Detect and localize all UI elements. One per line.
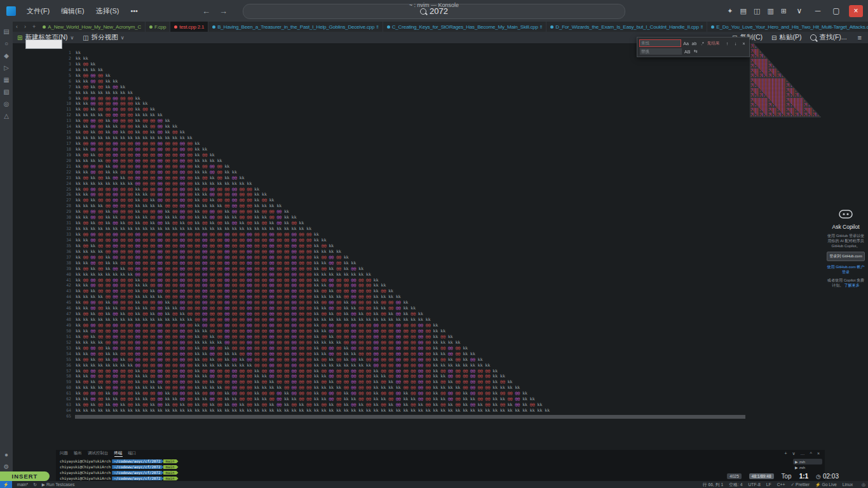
terminal-tab-4[interactable]: C_Creating_Keys_for_StORages_Has_Become_… xyxy=(383,22,547,32)
copilot-chat-icon[interactable]: ◎ xyxy=(0,98,13,110)
prettier-item[interactable]: ✓ Prettier xyxy=(791,482,810,487)
layout-customize-icon[interactable]: ⊞ xyxy=(781,7,787,15)
terminal-dropdown-icon[interactable]: ∨ xyxy=(790,451,796,456)
window-chevron-icon[interactable]: ∨ xyxy=(794,6,805,15)
prev-match-icon[interactable]: ↑ xyxy=(724,41,731,46)
encoding-item[interactable]: UTF-8 xyxy=(748,482,760,487)
extensions-icon[interactable]: ▦ xyxy=(0,74,13,86)
language-item[interactable]: C++ xyxy=(777,482,785,487)
eol-item[interactable]: LF xyxy=(766,482,771,487)
cursor-position-item[interactable]: 行 66, 列 1 xyxy=(703,482,724,488)
explorer-icon[interactable]: ▤ xyxy=(0,25,13,37)
toolbar-menu-icon[interactable]: ≡ xyxy=(851,34,868,41)
maximize-button[interactable]: ▢ xyxy=(831,6,842,15)
panel-tab-1[interactable]: 输出 xyxy=(74,451,82,457)
new-terminal-icon[interactable]: + xyxy=(783,451,788,456)
menu-item-3[interactable]: ••• xyxy=(125,7,144,15)
close-find-icon[interactable]: × xyxy=(740,41,747,46)
token-at: @@ xyxy=(142,158,147,163)
close-panel-icon[interactable]: × xyxy=(816,451,821,456)
nav-back-icon[interactable]: ← xyxy=(202,6,210,16)
terminal-tab-5[interactable]: D_For_Wizards_the_Exam_Is_Easy_but_I_Cou… xyxy=(546,22,707,32)
remote-explorer-icon[interactable]: △ xyxy=(0,110,13,122)
sync-icon[interactable]: ↻ xyxy=(33,482,37,487)
token-kk: kk xyxy=(410,317,416,322)
token-at: @@ xyxy=(142,351,147,356)
token-at: @@ xyxy=(396,402,401,407)
maximize-panel-icon[interactable]: ^ xyxy=(809,451,813,456)
layout-panel-icon[interactable]: ▤ xyxy=(740,7,747,15)
token-kk: kk xyxy=(440,385,445,390)
token-at: @@ xyxy=(336,255,341,260)
token-at: @@ xyxy=(172,141,177,146)
panel-tab-0[interactable]: 问题 xyxy=(60,451,68,457)
bell-icon[interactable]: ◎ xyxy=(862,482,868,487)
run-debug-icon[interactable]: ▷ xyxy=(0,62,13,74)
minimap-canvas[interactable] xyxy=(750,39,821,120)
token-at: @@ xyxy=(269,374,275,379)
panel-tab-2[interactable]: 调试控制台 xyxy=(88,451,109,457)
terminal-tab-3[interactable]: B_Having_Been_a_Treasurer_in_the_Past_I_… xyxy=(208,22,383,32)
github-signin-link[interactable]: 使用 GitHub.com 帐户登录 xyxy=(826,264,865,274)
editor-line: 42kkkk@@@@@@@@@@@@kkkk@@@@@@@@@@@@@@@@@@… xyxy=(62,283,825,288)
split-view-chevron-icon[interactable]: ∨ xyxy=(121,35,125,41)
source-control-icon[interactable]: ◆ xyxy=(0,50,13,62)
terminal-list-item[interactable]: ▶zsh xyxy=(793,459,822,464)
next-match-icon[interactable]: ↓ xyxy=(732,41,739,46)
regex-toggle[interactable]: .* xyxy=(699,41,706,46)
paste-button[interactable]: ⊟ 粘贴(P) xyxy=(767,32,806,43)
copilot-icon[interactable]: ✦ xyxy=(727,7,733,15)
menu-item-0[interactable]: 文件(F) xyxy=(21,6,55,16)
terminal-tab-6[interactable]: E_Do_You_Love_Your_Hero_and_His_Two_Hit_… xyxy=(707,22,868,32)
testing-icon[interactable]: ▧ xyxy=(0,86,13,98)
terminal-output[interactable]: chiyayuki@ChiyaYukiArch~/codeww/aoyc/cf/… xyxy=(56,458,825,481)
match-case-toggle[interactable]: Aa xyxy=(682,41,689,46)
token-at: @@ xyxy=(172,288,177,294)
menu-item-1[interactable]: 编辑(E) xyxy=(55,6,90,16)
editor-pane[interactable]: 1kk2kkkk3kk@@kk4kkkkkkkk5kk@@@@@@kk6kkkk… xyxy=(56,43,825,450)
new-tab-chevron-icon[interactable]: ∨ xyxy=(70,35,74,41)
new-tab-icon[interactable]: + xyxy=(29,24,39,30)
terminal-tab-2[interactable]: test.cpp 2.1 xyxy=(170,22,208,32)
token-at: @@ xyxy=(329,306,334,311)
panel-tab-3[interactable]: 终端 xyxy=(114,451,123,457)
minimize-button[interactable]: ─ xyxy=(812,6,824,15)
whole-word-toggle[interactable]: ab xyxy=(691,41,698,46)
terminal-tab-0[interactable]: A_New_World_How_My_New_Acronym_C xyxy=(39,22,146,32)
panel-tab-4[interactable]: 端口 xyxy=(128,451,137,457)
token-kk: kk xyxy=(224,175,229,180)
go-live-item[interactable]: ⚡ Go Live xyxy=(815,482,837,487)
token-at: @@ xyxy=(217,215,222,220)
terminal-tab-1[interactable]: F.cpp xyxy=(146,22,170,32)
os-item[interactable]: Linux xyxy=(843,482,853,487)
token-at: @@ xyxy=(299,266,304,271)
find-input[interactable]: 查找 xyxy=(639,39,681,47)
replace-all-icon[interactable]: ⇆ xyxy=(692,49,699,54)
github-signin-button[interactable]: 登录到 GitHub.com xyxy=(827,252,865,261)
tab-scroll-right-icon[interactable]: › xyxy=(21,24,29,30)
search-icon[interactable]: ○ xyxy=(0,37,13,50)
nav-forward-icon[interactable]: → xyxy=(219,6,227,16)
token-at: @@ xyxy=(113,249,118,254)
more-actions-icon[interactable]: … xyxy=(799,451,806,456)
run-testcases-button[interactable]: ▶ Run Testcases xyxy=(42,482,75,487)
remote-indicator[interactable]: ⚡ xyxy=(0,481,12,488)
find-button[interactable]: 查找(F)... xyxy=(806,32,851,43)
token-at: @@ xyxy=(381,351,386,356)
layout-sidebar-icon[interactable]: ◫ xyxy=(754,7,760,15)
layout-secondary-sidebar-icon[interactable]: ▥ xyxy=(767,7,773,15)
account-icon[interactable]: ● xyxy=(0,449,13,461)
command-center[interactable]: 2072 xyxy=(243,4,625,19)
split-view-button[interactable]: ◫ 拆分视图 ∨ xyxy=(78,32,128,43)
replace-input[interactable]: 替换 xyxy=(639,48,682,55)
replace-one-icon[interactable]: AB xyxy=(684,50,691,54)
token-at: @@ xyxy=(180,249,185,254)
tab-rename-input[interactable] xyxy=(25,39,62,49)
indentation-item[interactable]: 空格: 4 xyxy=(729,482,742,488)
tab-scroll-left-icon[interactable]: ‹ xyxy=(13,24,21,30)
close-button[interactable]: × xyxy=(849,5,863,17)
learn-more-link[interactable]: 了解更多 xyxy=(844,283,860,287)
git-branch-item[interactable]: main* xyxy=(17,482,28,487)
terminal-list-item[interactable]: ▶zsh xyxy=(793,464,822,470)
menu-item-2[interactable]: 选择(S) xyxy=(90,6,125,16)
